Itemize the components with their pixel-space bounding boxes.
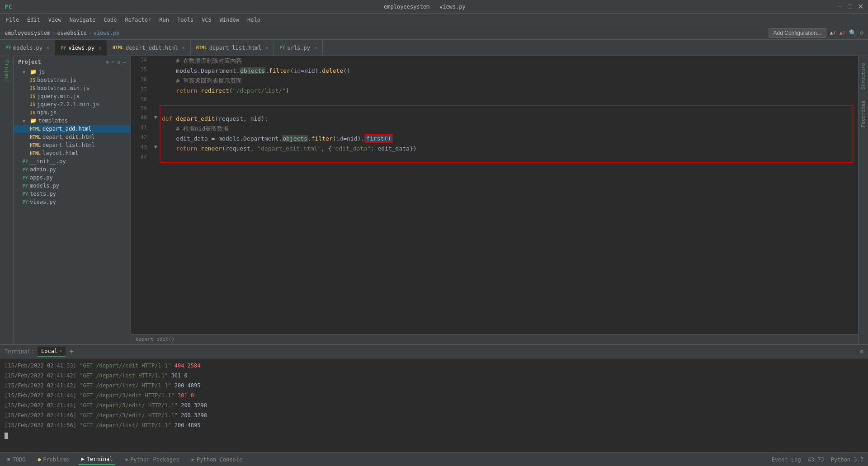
tree-admin-py[interactable]: PY admin.py bbox=[14, 165, 131, 174]
breadcrumb-file[interactable]: views.py bbox=[94, 30, 120, 36]
tree-depart-add-html[interactable]: HTML depart_add.html bbox=[14, 125, 131, 133]
close-button[interactable]: ✕ bbox=[858, 2, 863, 11]
bottom-tab-terminal[interactable]: ▶ Terminal bbox=[79, 454, 115, 465]
breadcrumb-project[interactable]: employeesystem bbox=[5, 30, 50, 36]
tab-depart-list-close[interactable]: ✕ bbox=[265, 45, 268, 50]
todo-icon: ≡ bbox=[7, 457, 10, 462]
terminal-local-close[interactable]: ✕ bbox=[59, 348, 62, 353]
code-line-44: 44 bbox=[131, 154, 858, 163]
tree-depart-edit-html[interactable]: HTML depart_edit.html bbox=[14, 133, 131, 141]
settings-icon[interactable]: ⚙ bbox=[860, 29, 863, 36]
tab-depart-edit-close[interactable]: ✕ bbox=[182, 45, 185, 50]
structure-tab[interactable]: Structure bbox=[859, 58, 868, 94]
code-line-35: 35 models.Department.objects.filter(id=n… bbox=[131, 66, 858, 76]
tab-models-close[interactable]: ✕ bbox=[47, 45, 49, 50]
tree-init-py[interactable]: PY __init__.py bbox=[14, 157, 131, 165]
search-icon[interactable]: 🔍 bbox=[849, 29, 856, 36]
tree-layout-label: layout.html bbox=[42, 150, 78, 156]
fold-arrow-40[interactable]: ▼ bbox=[154, 114, 157, 120]
menu-file[interactable]: File bbox=[2, 15, 23, 25]
menu-vcs[interactable]: VCS bbox=[198, 15, 215, 25]
term-line-7: [15/Feb/2022 02:41:56] "GET /depart/list… bbox=[5, 420, 863, 430]
line-content-41: # 根据nid获取数据 bbox=[160, 124, 858, 134]
tab-views-py[interactable]: PY views.py ✕ bbox=[55, 40, 107, 56]
tree-jquery-min-js[interactable]: JS jquery.min.js bbox=[14, 92, 131, 100]
add-config-button[interactable]: Add Configuration... bbox=[769, 28, 826, 38]
term-line-1: [15/Feb/2022 02:41:33] "GET /depart//edi… bbox=[5, 361, 863, 371]
terminal-settings-icon[interactable]: ⚙ bbox=[860, 348, 863, 355]
tree-js-folder[interactable]: ▼ 📁 js bbox=[14, 68, 131, 76]
tab-depart-list-html[interactable]: HTML depart_list.html ✕ bbox=[191, 40, 274, 56]
gutter-43: ▼ bbox=[151, 144, 160, 150]
term-line-4: [15/Feb/2022 02:41:44] "GET /depart/3/ed… bbox=[5, 391, 863, 400]
line-content-42: edit_data = models.Department.objects.fi… bbox=[160, 134, 858, 144]
tree-views-py[interactable]: PY views.py bbox=[14, 198, 131, 206]
menu-help[interactable]: Help bbox=[244, 15, 264, 25]
tree-jquery-221-js[interactable]: JS jquery-2.2.1.min.js bbox=[14, 100, 131, 108]
terminal-content: [15/Feb/2022 02:41:33] "GET /depart//edi… bbox=[0, 358, 868, 452]
tree-arrow-js: ▼ bbox=[23, 70, 28, 75]
menu-navigate[interactable]: Navigate bbox=[66, 15, 99, 25]
menu-refactor[interactable]: Refactor bbox=[121, 15, 155, 25]
tree-tests-py[interactable]: PY tests.py bbox=[14, 190, 131, 198]
function-indicator: depart_edit() bbox=[136, 336, 175, 342]
maximize-button[interactable]: □ bbox=[848, 2, 852, 11]
panel-scope-icon[interactable]: ⊕ bbox=[106, 59, 109, 65]
breadcrumb-sep1: › bbox=[52, 30, 55, 36]
menu-tools[interactable]: Tools bbox=[174, 15, 197, 25]
code-line-40: 40 ▼ def depart_edit(request, nid): bbox=[131, 114, 858, 124]
bottom-tab-problems[interactable]: ● Problems bbox=[35, 455, 72, 465]
tree-bootstrap-js[interactable]: JS bootstrap.js bbox=[14, 76, 131, 84]
tab-urls-close[interactable]: ✕ bbox=[314, 45, 317, 50]
tab-depart-edit-label: depart_edit.html bbox=[126, 45, 178, 51]
menu-code[interactable]: Code bbox=[100, 15, 121, 25]
tree-npm-label: npm.js bbox=[37, 109, 57, 116]
terminal-bottom-label: Terminal bbox=[87, 456, 113, 462]
breadcrumb-app[interactable]: eswebsite bbox=[57, 30, 86, 36]
code-line-39: 39 bbox=[131, 105, 858, 114]
tree-views-label: views.py bbox=[30, 199, 56, 205]
tree-npm-js[interactable]: JS npm.js bbox=[14, 108, 131, 117]
tab-models-py[interactable]: PY models.py ✕ bbox=[0, 40, 55, 56]
left-sidebar: Project bbox=[0, 56, 14, 344]
project-icon[interactable]: Project bbox=[2, 58, 12, 85]
bottom-tab-python-console[interactable]: ▶ Python Console bbox=[189, 455, 245, 465]
python-console-label: Python Console bbox=[197, 457, 242, 463]
tab-depart-edit-html[interactable]: HTML depart_edit.html ✕ bbox=[107, 40, 191, 56]
editor-content[interactable]: 34 # 在数据库删除对应内容 35 models.Department.obj… bbox=[131, 56, 858, 334]
menu-window[interactable]: Window bbox=[216, 15, 243, 25]
tree-apps-py[interactable]: PY apps.py bbox=[14, 174, 131, 182]
favorites-tab[interactable]: Favorites bbox=[859, 96, 868, 132]
menu-view[interactable]: View bbox=[45, 15, 65, 25]
terminal-tab-local[interactable]: Local ✕ bbox=[38, 347, 66, 357]
tree-models-label: models.py bbox=[30, 183, 59, 189]
tree-layout-html[interactable]: HTML layout.html bbox=[14, 149, 131, 157]
tree-models-py[interactable]: PY models.py bbox=[14, 182, 131, 190]
minimize-button[interactable]: ─ bbox=[837, 2, 842, 11]
terminal-add-tab[interactable]: + bbox=[69, 347, 74, 356]
tree-apps-label: apps.py bbox=[30, 174, 53, 181]
menu-run[interactable]: Run bbox=[156, 15, 173, 25]
event-log-link[interactable]: Event Log bbox=[772, 457, 801, 463]
tab-urls-label: urls.py bbox=[287, 45, 310, 51]
tree-jquery-min-label: jquery.min.js bbox=[37, 93, 80, 99]
problems-icon: ● bbox=[38, 457, 41, 462]
bottom-tab-python-packages[interactable]: ◆ Python Packages bbox=[122, 455, 182, 465]
tree-templates-folder[interactable]: ▼ 📁 templates bbox=[14, 117, 131, 125]
problems-label: Problems bbox=[43, 457, 69, 463]
tab-urls-py[interactable]: PY urls.py ✕ bbox=[274, 40, 323, 56]
fold-arrow-43[interactable]: ▼ bbox=[154, 144, 157, 150]
js-min-icon: JS bbox=[30, 86, 35, 91]
views-py-icon: PY bbox=[23, 200, 28, 205]
panel-minimize-icon[interactable]: — bbox=[123, 59, 126, 65]
tab-urls-py-icon: PY bbox=[279, 45, 285, 50]
menu-edit[interactable]: Edit bbox=[24, 15, 44, 25]
line-content-40: def depart_edit(request, nid): bbox=[160, 114, 858, 124]
tab-views-close[interactable]: ✕ bbox=[99, 46, 101, 51]
folder-icon: 📁 bbox=[30, 69, 37, 75]
panel-sort-icon[interactable]: ≡ bbox=[112, 59, 115, 65]
bottom-tab-todo[interactable]: ≡ TODO bbox=[5, 455, 28, 465]
tree-depart-list-html[interactable]: HTML depart_list.html bbox=[14, 141, 131, 149]
panel-settings-icon[interactable]: ⚙ bbox=[118, 59, 121, 65]
tree-bootstrap-min-js[interactable]: JS bootstrap.min.js bbox=[14, 84, 131, 92]
